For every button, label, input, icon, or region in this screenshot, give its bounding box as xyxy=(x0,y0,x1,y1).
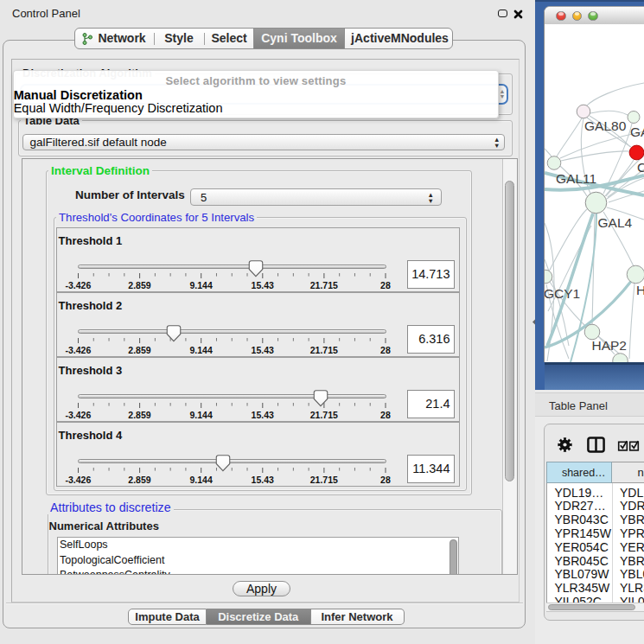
svg-text:GAL80: GAL80 xyxy=(584,118,627,133)
svg-text:GAL11: GAL11 xyxy=(556,171,596,186)
svg-text:HI: HI xyxy=(636,283,644,297)
svg-text:GA: GA xyxy=(630,124,644,139)
svg-text:HAP2: HAP2 xyxy=(592,338,628,353)
svg-text:GCY1: GCY1 xyxy=(545,286,580,301)
svg-text:GAL4: GAL4 xyxy=(598,215,633,230)
svg-text:C: C xyxy=(637,160,644,175)
